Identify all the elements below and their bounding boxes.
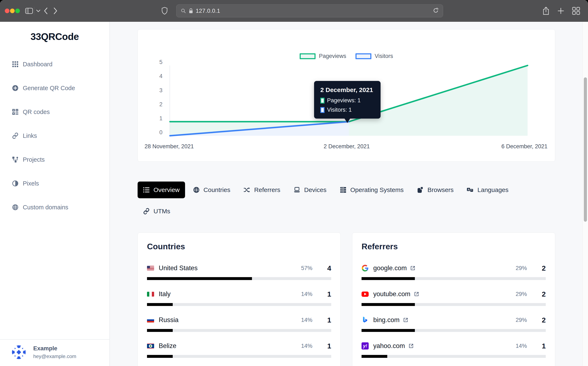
url-text: 127.0.0.1 [196,8,220,14]
country-count: 1 [321,290,331,298]
tab-overview[interactable]: Overview [138,182,185,198]
close-window-button[interactable] [5,8,9,13]
sidebar-item-label: Generate QR Code [23,85,75,92]
sidebar-item-projects[interactable]: Projects [0,148,109,171]
tab-label: Overview [153,186,180,193]
google-favicon [362,265,369,272]
country-percent: 14% [301,317,312,323]
country-percent: 14% [301,291,312,297]
y-axis-tick: 0 [138,129,162,136]
legend-item-visitors[interactable]: Visitors [355,53,393,59]
external-link-icon[interactable] [410,265,415,271]
us-flag [147,266,154,271]
zoom-window-button[interactable] [15,8,20,13]
y-axis-tick: 3 [138,87,162,94]
back-icon[interactable] [43,0,48,22]
country-count: 1 [321,316,331,324]
tab-browsers[interactable]: Browsers [412,182,459,198]
sidebar-toggle-icon[interactable] [25,0,33,22]
referrer-count: 2 [535,264,546,272]
tab-devices[interactable]: Devices [288,182,332,198]
tab-referrers[interactable]: Referrers [238,182,286,198]
country-percent: 57% [301,265,312,271]
progress-bar [362,329,546,332]
italy-flag [147,292,154,297]
external-link-icon[interactable] [403,317,408,323]
sidebar-item-generate-qr[interactable]: Generate QR Code [0,76,109,100]
progress-bar [147,355,331,358]
country-row: Italy 14% 1 [147,289,331,306]
progress-bar [362,303,546,306]
countries-card: Countries United States 57% 4 [138,233,341,366]
tab-label: Operating Systems [350,186,404,193]
forward-icon[interactable] [53,0,58,22]
svg-text:A: A [468,188,469,191]
sidebar-item-label: Projects [23,156,45,163]
sidebar-item-dashboard[interactable]: Dashboard [0,52,109,76]
sidebar-item-label: QR codes [23,108,50,115]
country-name: Russia [159,316,179,324]
legend-label: Visitors [375,53,393,59]
tooltip-visitors: Visitors: 1 [327,107,352,113]
referrer-percent: 14% [516,343,527,349]
sidebar-item-label: Dashboard [23,61,53,68]
referrer-percent: 29% [516,317,527,323]
visitors-swatch [355,53,371,59]
chevron-down-icon[interactable] [36,0,41,22]
yahoo-favicon: y! [362,342,369,350]
progress-fill [362,355,387,358]
sidebar-item-qr-codes[interactable]: QR codes [0,100,109,124]
traffic-chart-card: Pageviews Visitors 0 1 2 3 4 5 28 Novemb… [138,29,555,162]
sidebar-item-links[interactable]: Links [0,124,109,148]
chart-tooltip: 2 December, 2021 Pageviews: 1 Visitors: … [314,81,381,119]
translate-icon: A * [467,187,474,193]
user-menu[interactable]: Example hey@example.com [0,339,109,359]
minimize-window-button[interactable] [10,8,15,13]
external-link-icon[interactable] [414,291,419,297]
share-icon[interactable] [542,0,550,22]
y-axis-tick: 5 [138,59,162,65]
x-axis-label: 2 December, 2021 [324,143,370,150]
legend-item-pageviews[interactable]: Pageviews [300,53,346,59]
scrollbar-thumb[interactable] [584,77,587,222]
country-name: Italy [159,290,171,298]
tab-label: UTMs [153,208,170,215]
pageviews-swatch [320,98,324,104]
server-stack-icon [340,187,347,193]
y-axis-tick: 4 [138,73,162,79]
progress-bar [147,303,331,306]
tooltip-date: 2 December, 2021 [320,86,374,93]
bing-favicon [362,316,369,324]
referrer-row: y! yahoo.com 14% 1 [362,341,546,358]
tab-operating-systems[interactable]: Operating Systems [334,182,409,198]
tab-languages[interactable]: A * Languages [461,182,514,198]
sitemap-icon [12,156,19,163]
referrers-card: Referrers google.com [352,233,555,366]
reload-icon[interactable] [433,7,439,15]
address-bar[interactable]: 127.0.0.1 [176,4,443,17]
sidebar-item-custom-domains[interactable]: Custom domains [0,195,109,219]
country-name: United States [159,264,198,272]
russia-flag [147,318,154,322]
progress-bar [147,277,331,280]
globe-icon [12,204,19,211]
new-tab-icon[interactable] [557,0,565,22]
sidebar-item-label: Pixels [23,180,39,187]
y-axis-tick: 2 [138,101,162,108]
shield-icon[interactable] [161,0,168,22]
tab-countries[interactable]: Countries [188,182,236,198]
sidebar-item-pixels[interactable]: Pixels [0,171,109,195]
tab-overview-icon[interactable] [572,0,580,22]
referrer-percent: 29% [516,265,527,271]
tab-utms[interactable]: UTMs [138,203,176,220]
tab-label: Countries [204,186,230,193]
browser-window-icon [417,187,424,193]
scrollbar-track[interactable] [583,22,588,366]
referrer-row: google.com 29% 2 [362,263,546,280]
external-link-icon[interactable] [408,343,414,349]
sidebar: 33QRCode Dashboard Generate QR Code [0,22,110,366]
contrast-circle-icon [12,180,19,187]
country-row: Russia 14% 1 [147,315,331,332]
sidebar-item-label: Links [23,132,37,139]
country-percent: 14% [301,343,312,349]
